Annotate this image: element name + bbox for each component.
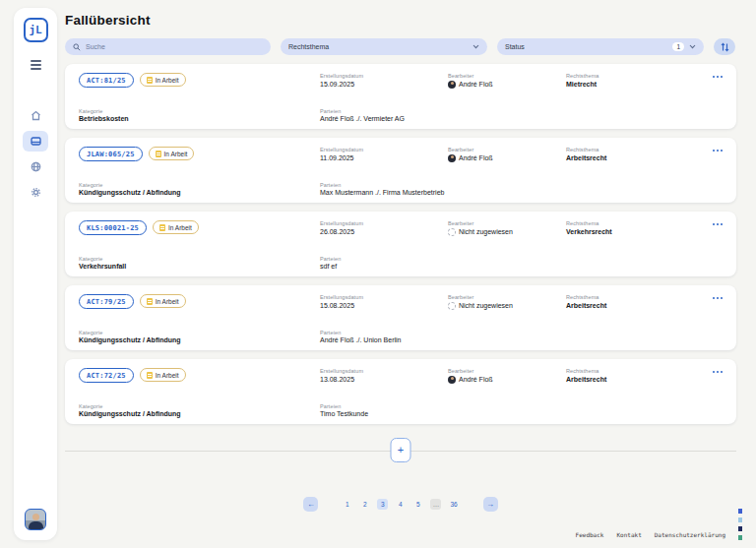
app-logo[interactable]: jL	[24, 18, 48, 42]
case-card[interactable]: ACT:81/25 In Arbeit KategorieBetriebskos…	[65, 64, 736, 129]
erstellungsdatum-value: 11.09.2025	[320, 154, 448, 161]
status-badge: In Arbeit	[149, 147, 195, 160]
parteien-label: Parteien	[320, 330, 448, 335]
sidebar-item-settings[interactable]	[23, 182, 48, 203]
status-text: In Arbeit	[156, 298, 179, 305]
status-select[interactable]: Status 1	[497, 38, 704, 55]
sidebar-item-home[interactable]	[23, 105, 48, 126]
search-input[interactable]	[86, 43, 263, 50]
footer-link-datenschutz[interactable]: Datenschutzerklärung	[655, 531, 725, 538]
case-card[interactable]: KLS:00021-25 In Arbeit KategorieVerkehrs…	[65, 212, 736, 276]
erstellungsdatum-value: 26.08.2025	[320, 228, 448, 235]
gear-icon	[30, 186, 42, 199]
kategorie-value: Verkehrsunfall	[79, 263, 320, 270]
file-icon	[147, 372, 153, 379]
kategorie-value: Betriebskosten	[79, 115, 320, 122]
case-id-badge: KLS:00021-25	[79, 220, 147, 235]
search-box[interactable]	[65, 38, 271, 55]
parteien-value: André Floß ./. Union Berlin	[320, 336, 448, 343]
card-menu-button[interactable]	[713, 220, 723, 256]
avatar-head	[32, 514, 39, 520]
file-icon	[147, 298, 153, 305]
erstellungsdatum-value: 13.08.2025	[320, 376, 448, 383]
kategorie-label: Kategorie	[79, 403, 320, 409]
kategorie-label: Kategorie	[79, 256, 320, 262]
case-card[interactable]: ACT:72/25 In Arbeit KategorieKündigungss…	[65, 359, 736, 424]
erstellungsdatum-label: Erstellungsdatum	[320, 368, 448, 374]
card-menu-button[interactable]	[713, 294, 723, 330]
sidebar-item-globe[interactable]	[23, 156, 48, 177]
card-menu-button[interactable]	[713, 147, 723, 182]
hamburger-menu-icon[interactable]	[31, 60, 41, 70]
rechtsthema-label: Rechtsthema	[566, 220, 699, 226]
parteien-label: Parteien	[320, 256, 448, 262]
bearbeiter-value: André Floß	[459, 81, 493, 88]
bearbeiter-avatar-icon	[448, 81, 456, 89]
page-numbers: 1 2 3 4 5 … 36	[342, 499, 459, 510]
next-page-button[interactable]: →	[483, 497, 498, 512]
rechtsthema-value: Mietrecht	[566, 81, 699, 88]
square-lightblue	[738, 518, 743, 522]
footer-link-feedback[interactable]: Feedback	[576, 531, 604, 538]
card-menu-button[interactable]	[713, 73, 723, 108]
bearbeiter-label: Bearbeiter	[448, 73, 566, 79]
rechtsthema-value: Verkehrsrecht	[566, 228, 699, 235]
case-list: ACT:81/25 In Arbeit KategorieBetriebskos…	[65, 64, 736, 424]
rechtsthema-label: Rechtsthema	[566, 73, 699, 79]
case-id-badge: ACT:72/25	[79, 368, 134, 383]
erstellungsdatum-value: 15.09.2025	[320, 81, 448, 88]
card-menu-button[interactable]	[713, 368, 723, 403]
home-icon	[30, 109, 42, 122]
bearbeiter-value: Nicht zugewiesen	[459, 228, 513, 235]
parteien-value: Timo Testkunde	[320, 410, 448, 417]
rechtsthema-value: Arbeitsrecht	[566, 154, 699, 161]
page-title: Fallübersicht	[65, 13, 736, 28]
parteien-label: Parteien	[320, 403, 448, 409]
sort-arrows-icon	[721, 42, 729, 52]
status-badge: In Arbeit	[153, 220, 199, 234]
status-badge: In Arbeit	[140, 368, 186, 382]
page-button-1[interactable]: 1	[342, 499, 352, 510]
page-button-3-active[interactable]: 3	[377, 499, 388, 510]
page-button-2[interactable]: 2	[359, 499, 370, 510]
bearbeiter-value: Nicht zugewiesen	[459, 302, 513, 309]
rechtsthema-value: Arbeitsrecht	[566, 376, 699, 383]
case-id-badge: ACT:81/25	[79, 73, 134, 88]
erstellungsdatum-label: Erstellungsdatum	[320, 294, 448, 300]
bearbeiter-label: Bearbeiter	[448, 294, 566, 300]
rechtsthema-label: Rechtsthema	[566, 368, 699, 374]
chevron-down-icon	[689, 44, 696, 49]
page-button-4[interactable]: 4	[395, 499, 406, 510]
status-badge: In Arbeit	[140, 294, 186, 308]
parteien-label: Parteien	[320, 182, 448, 188]
parteien-value: Max Mustermann ./. Firma Musterbetrieb	[320, 189, 448, 196]
bearbeiter-avatar-icon	[448, 376, 456, 384]
page-button-last[interactable]: 36	[448, 499, 459, 510]
filter-bar: Rechtsthema Status 1	[65, 38, 736, 55]
kategorie-value: Kündigungsschutz / Abfindung	[79, 336, 320, 343]
square-navy	[738, 526, 743, 531]
erstellungsdatum-label: Erstellungsdatum	[320, 220, 448, 226]
square-blue	[738, 509, 743, 514]
rechtsthema-select-label: Rechtsthema	[288, 43, 329, 50]
rechtsthema-label: Rechtsthema	[566, 147, 699, 152]
sort-button[interactable]	[714, 38, 735, 55]
kategorie-label: Kategorie	[79, 182, 320, 188]
footer-link-kontakt[interactable]: Kontakt	[616, 531, 641, 538]
edge-widget-squares	[738, 509, 743, 540]
case-card[interactable]: ACT:79/25 In Arbeit KategorieKündigungss…	[65, 285, 736, 350]
file-icon	[159, 224, 165, 231]
erstellungsdatum-label: Erstellungsdatum	[320, 73, 448, 79]
user-avatar[interactable]	[25, 509, 46, 530]
add-case-button[interactable]: +	[391, 438, 411, 462]
erstellungsdatum-value: 15.08.2025	[320, 302, 448, 309]
file-icon	[156, 151, 161, 157]
rechtsthema-select[interactable]: Rechtsthema	[281, 38, 487, 55]
rechtsthema-label: Rechtsthema	[566, 294, 699, 300]
sidebar-item-cases[interactable]	[23, 131, 48, 152]
prev-page-button[interactable]: ←	[303, 497, 318, 512]
parteien-value: sdf ef	[320, 263, 448, 270]
page-button-5[interactable]: 5	[412, 499, 423, 510]
status-text: In Arbeit	[156, 77, 179, 84]
case-card[interactable]: JLAW:065/25 In Arbeit KategorieKündigung…	[65, 138, 736, 203]
